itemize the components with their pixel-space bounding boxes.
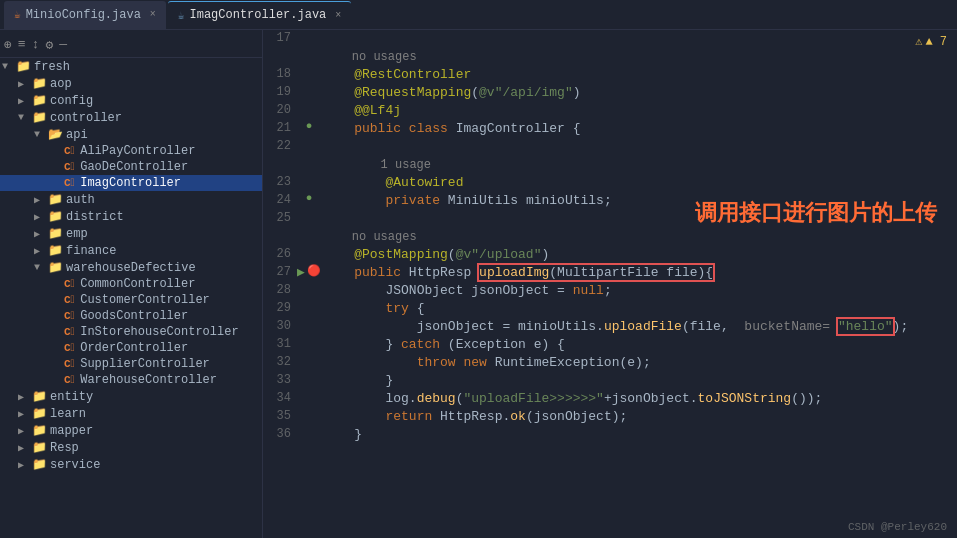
line-number-25: 25	[263, 210, 299, 225]
tree-label-imagcontroller: ImagController	[80, 176, 181, 190]
code-usage-1: no usages	[263, 48, 957, 66]
tree-item-instore[interactable]: C⃝ InStorehouseController	[0, 324, 262, 340]
folder-controller-icon: 📁	[32, 110, 47, 125]
code-line-18: 18 @RestController	[263, 66, 957, 84]
code-usage-2: 1 usage	[263, 156, 957, 174]
code-line-32: 32 throw new RuntimeException(e);	[263, 354, 957, 372]
class-goods-icon: C⃝	[64, 310, 77, 322]
line-content-u3: no usages	[319, 228, 957, 246]
tree-item-auth[interactable]: ▶ 📁 auth	[0, 191, 262, 208]
line-content-31: } catch (Exception e) {	[319, 336, 957, 354]
tab-minio-label: MinioConfig.java	[26, 8, 141, 22]
tree-label-warehouse: WarehouseController	[80, 373, 217, 387]
tree-label-resp: Resp	[50, 441, 79, 455]
tree-item-controller[interactable]: ▼ 📁 controller	[0, 109, 262, 126]
line-content-26: @PostMapping(@v"/upload")	[319, 246, 957, 264]
tree-item-resp[interactable]: ▶ 📁 Resp	[0, 439, 262, 456]
tree-item-supplier[interactable]: C⃝ SupplierController	[0, 356, 262, 372]
line-number-27: 27	[263, 264, 299, 279]
code-line-29: 29 try {	[263, 300, 957, 318]
tree-label-gaode: GaoDeController	[80, 160, 188, 174]
tree-label-config: config	[50, 94, 93, 108]
tree-item-fresh[interactable]: ▼ 📁 fresh	[0, 58, 262, 75]
list-icon[interactable]: ≡	[18, 37, 26, 52]
arrow-mapper: ▶	[18, 425, 32, 437]
collapse-icon[interactable]: ⊕	[4, 37, 12, 53]
arrow-config: ▶	[18, 95, 32, 107]
tree-item-goods[interactable]: C⃝ GoodsController	[0, 308, 262, 324]
tree-item-aop[interactable]: ▶ 📁 aop	[0, 75, 262, 92]
tree-label-emp: emp	[66, 227, 88, 241]
code-line-31: 31 } catch (Exception e) {	[263, 336, 957, 354]
line-content-u2: 1 usage	[319, 156, 957, 174]
tree-label-instore: InStorehouseController	[80, 325, 238, 339]
code-line-17: 17	[263, 30, 957, 48]
line-number-36: 36	[263, 426, 299, 441]
arrow-fresh: ▼	[2, 61, 16, 72]
line-content-36: }	[319, 426, 957, 444]
tree-item-api[interactable]: ▼ 📂 api	[0, 126, 262, 143]
tree-item-finance[interactable]: ▶ 📁 finance	[0, 242, 262, 259]
line-content-17	[319, 30, 957, 48]
code-line-24: 24 ● private MiniUtils minioUtils;	[263, 192, 957, 210]
tree-item-order[interactable]: C⃝ OrderController	[0, 340, 262, 356]
folder-aop-icon: 📁	[32, 76, 47, 91]
tree-item-learn[interactable]: ▶ 📁 learn	[0, 405, 262, 422]
tree-item-config[interactable]: ▶ 📁 config	[0, 92, 262, 109]
tree-item-warehousedefective[interactable]: ▼ 📁 warehouseDefective	[0, 259, 262, 276]
gutter-24: ●	[299, 192, 319, 204]
tree-label-warehousedefective: warehouseDefective	[66, 261, 196, 275]
line-number-21: 21	[263, 120, 299, 135]
attribution: CSDN @Perley620	[848, 521, 947, 533]
minimize-icon[interactable]: —	[59, 37, 67, 52]
arrow-learn: ▶	[18, 408, 32, 420]
code-editor[interactable]: ⚠ ▲ 7 调用接口进行图片的上传 17 no usages 18 @RestC…	[263, 30, 957, 538]
warning-icon: ⚠	[915, 34, 922, 49]
tab-minio-close[interactable]: ×	[150, 9, 156, 20]
line-number-22: 22	[263, 138, 299, 153]
sort-icon[interactable]: ↕	[32, 37, 40, 52]
code-usage-3: no usages	[263, 228, 957, 246]
settings-icon[interactable]: ⚙	[45, 37, 53, 53]
code-line-35: 35 return HttpResp.ok(jsonObject);	[263, 408, 957, 426]
line-content-34: log.debug("uploadFile>>>>>>"+jsonObject.…	[319, 390, 957, 408]
tab-imag[interactable]: ☕ ImagController.java ×	[168, 1, 351, 29]
tree-item-service[interactable]: ▶ 📁 service	[0, 456, 262, 473]
line-number-32: 32	[263, 354, 299, 369]
tree-item-entity[interactable]: ▶ 📁 entity	[0, 388, 262, 405]
line-content-19: @RequestMapping(@v"/api/img")	[319, 84, 957, 102]
line-number-18: 18	[263, 66, 299, 81]
code-line-25: 25	[263, 210, 957, 228]
java-icon: ☕	[14, 8, 21, 21]
class-customer-icon: C⃝	[64, 294, 77, 306]
sidebar: ⊕ ≡ ↕ ⚙ — ▼ 📁 fresh ▶ 📁 aop ▶ 📁 config	[0, 30, 263, 538]
tree-item-imagcontroller[interactable]: C⃝ ImagController	[0, 175, 262, 191]
tree-item-emp[interactable]: ▶ 📁 emp	[0, 225, 262, 242]
code-line-36: 36 }	[263, 426, 957, 444]
gutter-27: ▶ 🔴	[299, 264, 319, 280]
folder-emp-icon: 📁	[48, 226, 63, 241]
tree-label-supplier: SupplierController	[80, 357, 210, 371]
line-number-17: 17	[263, 30, 299, 45]
gutter-icon-24: ●	[306, 192, 313, 204]
tree-item-alipay[interactable]: C⃝ AliPayController	[0, 143, 262, 159]
gutter-icon-21: ●	[306, 120, 313, 132]
tree-item-mapper[interactable]: ▶ 📁 mapper	[0, 422, 262, 439]
main-layout: ⊕ ≡ ↕ ⚙ — ▼ 📁 fresh ▶ 📁 aop ▶ 📁 config	[0, 30, 957, 538]
tab-minio[interactable]: ☕ MinioConfig.java ×	[4, 1, 166, 29]
tree-item-gaode[interactable]: C⃝ GaoDeController	[0, 159, 262, 175]
tree-item-warehouse[interactable]: C⃝ WarehouseController	[0, 372, 262, 388]
tree-item-common[interactable]: C⃝ CommonController	[0, 276, 262, 292]
class-instore-icon: C⃝	[64, 326, 77, 338]
line-content-21: public class ImagController {	[319, 120, 957, 138]
tree-item-district[interactable]: ▶ 📁 district	[0, 208, 262, 225]
line-content-32: throw new RuntimeException(e);	[319, 354, 957, 372]
code-line-21: 21 ● public class ImagController {	[263, 120, 957, 138]
code-line-19: 19 @RequestMapping(@v"/api/img")	[263, 84, 957, 102]
code-line-20: 20 @@Lf4j	[263, 102, 957, 120]
tab-imag-close[interactable]: ×	[335, 10, 341, 21]
java2-icon: ☕	[178, 9, 185, 22]
code-line-33: 33 }	[263, 372, 957, 390]
arrow-resp: ▶	[18, 442, 32, 454]
tree-item-customer[interactable]: C⃝ CustomerController	[0, 292, 262, 308]
